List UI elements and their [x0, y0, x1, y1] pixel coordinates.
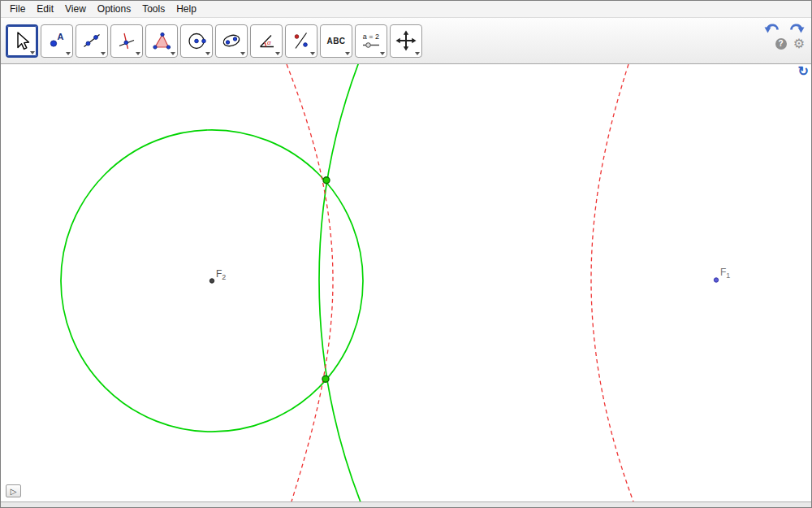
tool-dropdown-arrow-icon[interactable]	[240, 52, 245, 55]
tool-dropdown-arrow-icon[interactable]	[275, 52, 280, 55]
help-icon[interactable]: ?	[775, 38, 787, 50]
toolbar: A	[1, 18, 811, 64]
tool-circle-with-center[interactable]	[180, 24, 213, 58]
menu-help[interactable]: Help	[171, 2, 202, 16]
hyperbola-left-branch[interactable]	[287, 64, 333, 501]
menu-file[interactable]: File	[4, 2, 31, 16]
geometry-canvas[interactable]: F2F1	[1, 64, 811, 501]
tool-dropdown-arrow-icon[interactable]	[171, 52, 175, 55]
menu-bar: File Edit View Options Tools Help	[1, 1, 811, 18]
ellipse-icon	[221, 30, 242, 51]
window-bottom-frame	[1, 501, 811, 507]
svg-text:a = 2: a = 2	[363, 33, 379, 41]
line-icon	[81, 30, 102, 51]
tool-perpendicular-line[interactable]	[110, 24, 143, 58]
tool-new-point[interactable]: A	[41, 24, 73, 58]
geogebra-window: File Edit View Options Tools Help A	[0, 0, 812, 508]
tool-move[interactable]	[6, 24, 38, 58]
tool-slider[interactable]: a = 2	[355, 24, 387, 58]
tool-dropdown-arrow-icon[interactable]	[310, 52, 315, 55]
point-icon: A	[46, 30, 67, 51]
svg-text:α: α	[267, 39, 271, 46]
tool-dropdown-arrow-icon[interactable]	[136, 52, 140, 55]
tool-dropdown-arrow-icon[interactable]	[101, 52, 106, 55]
tool-insert-text[interactable]: ABC	[320, 24, 352, 58]
tool-ellipse[interactable]	[215, 24, 248, 58]
polygon-icon	[151, 30, 172, 51]
label-F2: F2	[216, 268, 226, 281]
redo-icon	[788, 22, 805, 35]
point-F2[interactable]	[209, 279, 214, 283]
tool-dropdown-arrow-icon[interactable]	[205, 52, 210, 55]
menu-options[interactable]: Options	[92, 2, 136, 16]
tool-dropdown-arrow-icon[interactable]	[380, 52, 385, 55]
intersection-point-top[interactable]	[323, 177, 330, 184]
menu-view[interactable]: View	[59, 2, 92, 16]
perpendicular-line-icon	[116, 30, 137, 51]
undo-icon	[764, 22, 781, 35]
settings-gear-icon[interactable]: ⚙	[793, 38, 805, 50]
tool-angle[interactable]: α	[250, 24, 283, 58]
redo-button[interactable]	[788, 22, 805, 35]
toolbar-right-controls: ? ⚙	[764, 22, 805, 50]
text-icon: ABC	[325, 30, 348, 51]
menu-tools[interactable]: Tools	[136, 2, 171, 16]
slider-icon: a = 2	[361, 30, 382, 51]
intersection-point-bottom[interactable]	[322, 376, 329, 382]
tool-polygon[interactable]	[145, 24, 178, 58]
move-cursor-icon	[11, 30, 32, 51]
navigation-bar-toggle-button[interactable]: ▷	[6, 484, 21, 497]
svg-text:ABC: ABC	[326, 37, 345, 46]
tool-dropdown-arrow-icon[interactable]	[345, 52, 350, 55]
hyperbola-right-branch[interactable]	[591, 64, 633, 501]
circle-icon	[186, 30, 207, 51]
reflect-icon	[291, 30, 312, 51]
tool-dropdown-arrow-icon[interactable]	[30, 51, 35, 54]
svg-text:A: A	[58, 32, 64, 41]
undo-button[interactable]	[764, 22, 781, 35]
refresh-view-icon[interactable]: ↻	[798, 64, 809, 79]
tool-dropdown-arrow-icon[interactable]	[66, 52, 71, 55]
tool-line-through-two-points[interactable]	[76, 24, 108, 58]
graphics-view[interactable]: F2F1 ↻ ▷	[1, 64, 811, 501]
menu-edit[interactable]: Edit	[31, 2, 59, 16]
point-F1[interactable]	[714, 278, 718, 282]
move-view-arrows-icon	[395, 30, 417, 51]
green-arc-circle-around-F1[interactable]	[319, 64, 811, 501]
label-F1: F1	[720, 267, 730, 280]
angle-icon: α	[256, 30, 277, 51]
tool-dropdown-arrow-icon[interactable]	[415, 52, 420, 55]
tool-reflect[interactable]	[285, 24, 317, 58]
tool-move-graphics-view[interactable]	[390, 24, 422, 58]
